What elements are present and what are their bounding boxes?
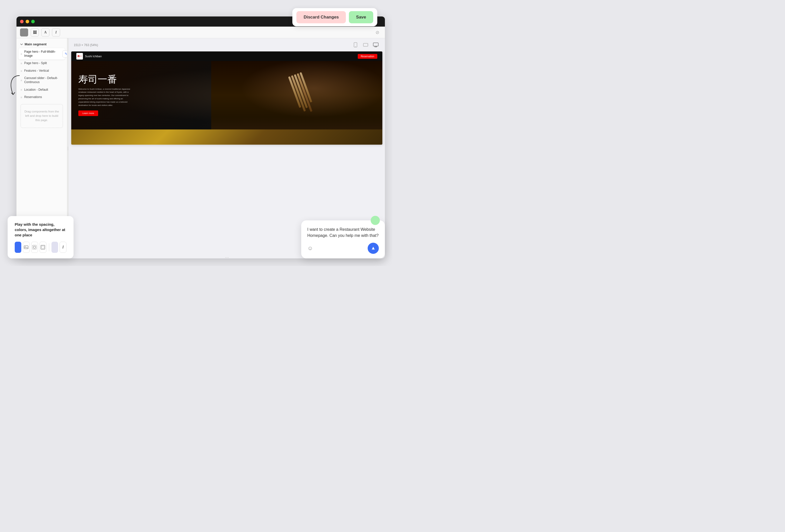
sushi-logo-box: 寿一 (76, 53, 83, 59)
sidebar-item-page-hero-full[interactable]: ≡ Page hero - Full-Width-Image ✎ 🗑 (19, 48, 65, 59)
discard-button[interactable]: Discard Changes (297, 11, 346, 23)
hero-title-japanese: 寿司一番 (78, 75, 134, 84)
tooltip-title: Play with the spacing, colors, images al… (15, 222, 67, 238)
drag-handle-icon: ≡ (21, 70, 22, 73)
outer-border-icon (32, 245, 37, 250)
chat-message: I want to create a Restaurant Website Ho… (307, 227, 379, 239)
text-tool-button[interactable]: A (41, 28, 49, 36)
sidebar-item-label: Features - Vertical (24, 69, 63, 73)
italic-style-button[interactable]: I (59, 242, 67, 253)
inner-border-icon (40, 245, 45, 250)
spacing-colors-tooltip: Play with the spacing, colors, images al… (8, 216, 74, 258)
preview-topbar: 1513 × 763 (54%) (69, 38, 385, 51)
device-buttons (351, 41, 380, 49)
hero-content: 寿司一番 Welcome to Sushi Ichiban, a revered… (71, 69, 141, 122)
sushi-logo: 寿一 Sushi Ichiban (76, 53, 102, 59)
svg-rect-2 (363, 43, 368, 46)
border-inner-icon[interactable] (40, 242, 46, 253)
maximize-button[interactable] (31, 20, 35, 23)
hero-cta-button[interactable]: Learn more (78, 110, 98, 116)
drag-handle-icon: ≡ (21, 52, 22, 55)
minimize-button[interactable] (26, 20, 29, 23)
tablet-view-button[interactable] (361, 41, 370, 49)
sidebar-item-features-vertical[interactable]: ≡ Features - Vertical (19, 67, 65, 75)
light-color-swatch[interactable] (51, 242, 58, 253)
chat-avatar (371, 216, 380, 225)
svg-rect-11 (42, 246, 44, 248)
chat-bubble: I want to create a Restaurant Website Ho… (301, 220, 385, 258)
border-outer-icon[interactable] (31, 242, 38, 253)
sushi-hero: 寿司一番 Welcome to Sushi Ichiban, a revered… (71, 61, 382, 129)
hero-description: Welcome to Sushi Ichiban, a revered trad… (78, 88, 134, 107)
sidebar-item-label: Carousel slider - Default-Continuous (24, 76, 63, 84)
image-block-icon[interactable] (23, 242, 30, 253)
sidebar-item-label: Page hero - Full-Width-Image (24, 50, 63, 58)
drag-drop-hint: Drag components from the left and drop h… (21, 104, 63, 128)
brand-name: Sushi Ichiban (85, 55, 102, 58)
svg-rect-4 (373, 43, 378, 46)
action-bar: Discard Changes Save (292, 8, 377, 26)
sidebar-item-location-default[interactable]: ≡ Location - Default (19, 86, 65, 94)
sidebar-item-label: Reservations (24, 95, 63, 99)
tooltip-icon-row: I (15, 242, 67, 253)
more-options-icon[interactable]: ⊘ (373, 28, 381, 36)
hero-image (211, 61, 382, 129)
sidebar-item-label: Page hero - Split (24, 61, 63, 65)
desktop-view-button[interactable] (372, 41, 380, 49)
browser-toolbar: 🖼 A I ⊘ (17, 27, 385, 38)
svg-point-3 (368, 45, 368, 45)
preview-size-info: 1513 × 763 (54%) (74, 43, 98, 47)
svg-point-1 (355, 46, 356, 47)
sushi-bottom-strip (71, 129, 382, 145)
icon-divider (49, 243, 49, 251)
chevron-down-icon (20, 43, 23, 46)
edit-item-button[interactable]: ✎ (62, 50, 67, 57)
sidebar-item-reservations[interactable]: ≡ Reservations (19, 94, 65, 101)
emoji-button[interactable]: ☺ (307, 245, 313, 251)
sidebar-section-header[interactable]: Main segment (19, 42, 65, 46)
color-tool-button[interactable] (20, 28, 28, 36)
close-button[interactable] (20, 20, 24, 23)
section-label: Main segment (25, 42, 47, 46)
arrow-annotation (5, 74, 25, 100)
sidebar-item-label: Location - Default (24, 88, 63, 92)
color-block-icon[interactable] (15, 242, 21, 253)
sidebar-item-page-hero-split[interactable]: ≡ Page hero - Split (19, 59, 65, 67)
sidebar-item-carousel-slider[interactable]: ≡ Carousel slider - Default-Continuous (19, 75, 65, 86)
send-icon (371, 246, 376, 251)
reservation-nav-button[interactable]: Reservation (358, 54, 377, 59)
save-button[interactable]: Save (349, 11, 373, 23)
item-actions: ✎ 🗑 (62, 50, 67, 57)
preview-frame: 寿一 Sushi Ichiban Reservation (71, 51, 382, 145)
divider-dots (225, 257, 228, 258)
divider-dots (68, 147, 68, 150)
drag-handle-icon: ≡ (21, 62, 22, 65)
italic-tool-button[interactable]: I (52, 28, 60, 36)
chat-footer: ☺ (307, 243, 379, 254)
send-button[interactable] (368, 243, 379, 254)
svg-rect-8 (32, 245, 36, 249)
image-icon (24, 245, 29, 250)
italic-label: I (62, 245, 64, 249)
sushi-nav: 寿一 Sushi Ichiban Reservation (71, 51, 382, 61)
svg-rect-9 (33, 246, 35, 248)
sushi-sticks-decoration (288, 72, 315, 115)
image-tool-button[interactable]: 🖼 (31, 28, 39, 36)
mobile-view-button[interactable] (351, 41, 359, 49)
logo-characters: 寿一 (77, 55, 82, 57)
